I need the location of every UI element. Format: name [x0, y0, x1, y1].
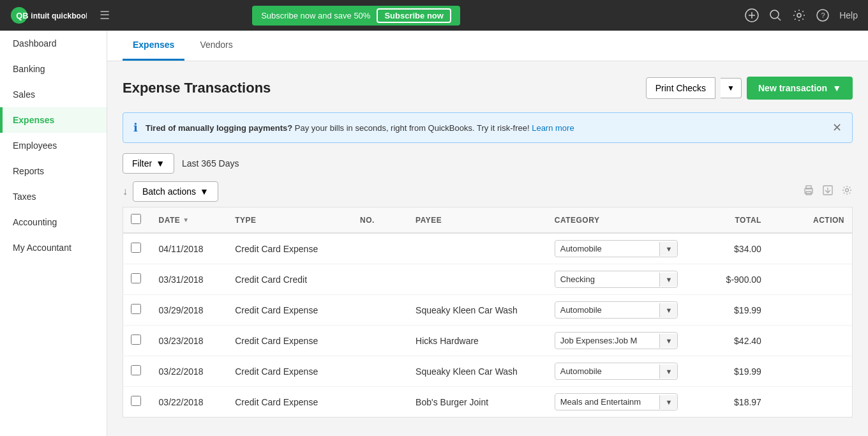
- row-checkbox-4[interactable]: [131, 365, 141, 375]
- select-all-checkbox[interactable]: [131, 214, 141, 224]
- main-content: Expenses Vendors Expense Transactions Pr…: [107, 31, 868, 436]
- table-row: 03/31/2018 Credit Card Credit Checking ▼…: [123, 264, 853, 295]
- sidebar-item-employees[interactable]: Employees: [0, 133, 107, 158]
- filter-dropdown-arrow: ▼: [156, 158, 165, 169]
- category-dropdown-arrow-5[interactable]: ▼: [659, 395, 677, 409]
- tab-bar: Expenses Vendors: [107, 31, 868, 61]
- category-dropdown-arrow-1[interactable]: ▼: [659, 273, 677, 287]
- category-select-0[interactable]: Automobile: [555, 241, 660, 257]
- row-category-2[interactable]: Automobile ▼: [547, 295, 686, 326]
- row-type-4: Credit Card Expense: [227, 356, 352, 387]
- row-type-2: Credit Card Expense: [227, 295, 352, 326]
- svg-text:?: ?: [821, 11, 825, 19]
- promo-banner: Subscribe now and save 50% Subscribe now: [252, 6, 460, 26]
- hamburger-menu-button[interactable]: ☰: [100, 8, 110, 22]
- row-type-5: Credit Card Expense: [227, 387, 352, 417]
- svg-text:QB: QB: [16, 11, 28, 20]
- table-body: 04/11/2018 Credit Card Expense Automobil…: [123, 233, 853, 417]
- row-action-5: [769, 387, 853, 417]
- toolbar-left: Filter ▼ Last 365 Days: [123, 153, 239, 174]
- new-transaction-button[interactable]: New transaction ▼: [747, 77, 853, 100]
- print-checks-dropdown-button[interactable]: ▼: [721, 78, 742, 98]
- table-toolbar-icons: [803, 184, 853, 199]
- row-no-4: [352, 356, 408, 387]
- table-settings-icon-button[interactable]: [841, 184, 853, 199]
- sidebar: Dashboard Banking Sales Expenses Employe…: [0, 31, 107, 436]
- date-range-label: Last 365 Days: [182, 158, 239, 169]
- row-category-4[interactable]: Automobile ▼: [547, 356, 686, 387]
- tab-vendors[interactable]: Vendors: [190, 31, 243, 61]
- svg-line-7: [778, 18, 781, 21]
- add-icon-button[interactable]: [745, 8, 759, 22]
- row-date-1: 03/31/2018: [151, 264, 228, 295]
- row-checkbox-cell-0: [123, 233, 151, 264]
- row-checkbox-cell-5: [123, 387, 151, 417]
- table-row: 03/23/2018 Credit Card Expense Hicks Har…: [123, 326, 853, 356]
- info-banner-text: Tired of manually logging payments? Pay …: [146, 123, 825, 133]
- sort-down-icon: ↓: [123, 186, 128, 197]
- category-select-1[interactable]: Checking: [555, 271, 660, 287]
- type-column-header: TYPE: [227, 207, 352, 234]
- select-all-header: [123, 207, 151, 234]
- row-category-1[interactable]: Checking ▼: [547, 264, 686, 295]
- header-actions: Print Checks ▼ New transaction ▼: [646, 77, 853, 100]
- info-banner: ℹ Tired of manually logging payments? Pa…: [123, 112, 853, 143]
- row-checkbox-3[interactable]: [131, 335, 141, 345]
- settings-icon-button[interactable]: [792, 8, 806, 22]
- sidebar-item-reports[interactable]: Reports: [0, 158, 107, 184]
- sidebar-item-my-accountant[interactable]: My Accountant: [0, 235, 107, 260]
- row-checkbox-2[interactable]: [131, 304, 141, 314]
- batch-actions-button[interactable]: Batch actions ▼: [133, 181, 218, 202]
- row-total-0: $34.00: [685, 233, 769, 264]
- category-dropdown-arrow-3[interactable]: ▼: [659, 334, 677, 348]
- category-column-header: CATEGORY: [547, 207, 686, 234]
- help-label: Help: [839, 10, 858, 20]
- date-column-header[interactable]: DATE ▼: [151, 207, 228, 234]
- row-no-5: [352, 387, 408, 417]
- row-total-1: $-900.00: [685, 264, 769, 295]
- category-select-2[interactable]: Automobile: [555, 302, 660, 318]
- category-dropdown-arrow-0[interactable]: ▼: [659, 242, 677, 256]
- sidebar-item-banking[interactable]: Banking: [0, 56, 107, 82]
- category-select-5[interactable]: Meals and Entertainm: [555, 394, 660, 410]
- quickbooks-logo: QB intuit quickbooks: [10, 5, 87, 26]
- search-icon-button[interactable]: [769, 9, 782, 22]
- category-select-4[interactable]: Automobile: [555, 363, 660, 379]
- sidebar-item-taxes[interactable]: Taxes: [0, 184, 107, 209]
- row-category-0[interactable]: Automobile ▼: [547, 233, 686, 264]
- category-select-3[interactable]: Job Expenses:Job M: [555, 333, 660, 349]
- info-banner-close-button[interactable]: ✕: [832, 121, 842, 135]
- row-no-2: [352, 295, 408, 326]
- row-checkbox-cell-2: [123, 295, 151, 326]
- print-checks-button[interactable]: Print Checks: [646, 77, 715, 99]
- subscribe-button[interactable]: Subscribe now: [377, 8, 451, 23]
- sidebar-item-expenses[interactable]: Expenses: [0, 107, 107, 133]
- row-checkbox-1[interactable]: [131, 273, 141, 283]
- row-no-3: [352, 326, 408, 356]
- sidebar-item-sales[interactable]: Sales: [0, 82, 107, 107]
- row-category-3[interactable]: Job Expenses:Job M ▼: [547, 326, 686, 356]
- row-checkbox-5[interactable]: [131, 396, 141, 406]
- category-dropdown-arrow-4[interactable]: ▼: [659, 365, 677, 379]
- row-payee-4: Squeaky Kleen Car Wash: [408, 356, 547, 387]
- table-row: 03/22/2018 Credit Card Expense Squeaky K…: [123, 356, 853, 387]
- row-date-4: 03/22/2018: [151, 356, 228, 387]
- sidebar-item-accounting[interactable]: Accounting: [0, 209, 107, 235]
- row-type-3: Credit Card Expense: [227, 326, 352, 356]
- toolbar: Filter ▼ Last 365 Days: [123, 153, 853, 174]
- info-learn-more-link[interactable]: Learn more: [532, 123, 574, 133]
- export-icon-button[interactable]: [822, 184, 834, 199]
- row-action-1: [769, 264, 853, 295]
- help-icon-button[interactable]: ?: [816, 9, 829, 22]
- logo-area: QB intuit quickbooks ☰: [10, 5, 110, 26]
- tab-expenses[interactable]: Expenses: [123, 31, 184, 61]
- sidebar-item-dashboard[interactable]: Dashboard: [0, 31, 107, 56]
- print-icon-button[interactable]: [803, 184, 814, 199]
- page-title: Expense Transactions: [123, 80, 271, 96]
- new-transaction-dropdown-arrow: ▼: [832, 83, 841, 93]
- category-dropdown-arrow-2[interactable]: ▼: [659, 303, 677, 317]
- row-category-5[interactable]: Meals and Entertainm ▼: [547, 387, 686, 417]
- row-checkbox-0[interactable]: [131, 243, 141, 253]
- filter-button[interactable]: Filter ▼: [123, 153, 174, 174]
- row-payee-3: Hicks Hardware: [408, 326, 547, 356]
